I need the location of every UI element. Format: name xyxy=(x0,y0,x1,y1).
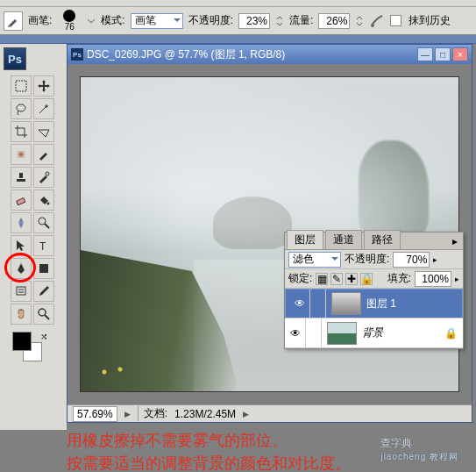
lock-label: 锁定: xyxy=(288,271,312,286)
arrow-icon[interactable]: ▶ xyxy=(243,410,249,418)
foreground-color-swatch[interactable] xyxy=(12,332,32,351)
layer-thumbnail[interactable] xyxy=(327,322,357,345)
color-swatches[interactable]: ⤭ xyxy=(12,332,47,367)
heal-tool[interactable] xyxy=(11,144,32,165)
fill-input[interactable]: 100% xyxy=(415,271,451,287)
blend-mode-select[interactable]: 滤色 xyxy=(288,252,341,268)
bucket-tool[interactable] xyxy=(33,190,54,211)
flow-value: 26% xyxy=(326,15,347,27)
arrow-icon[interactable]: ▸ xyxy=(455,275,459,283)
svg-rect-2 xyxy=(16,81,26,91)
flow-input[interactable]: 26% xyxy=(318,13,350,29)
history-brush-tool[interactable] xyxy=(33,167,54,188)
chevron-down-icon[interactable] xyxy=(87,17,96,25)
flow-label: 流量: xyxy=(289,13,313,28)
airbrush-icon[interactable] xyxy=(369,13,385,29)
visibility-toggle[interactable]: 👁 xyxy=(285,318,306,347)
move-tool[interactable] xyxy=(33,75,54,97)
brush-tool[interactable] xyxy=(33,144,54,165)
svg-rect-6 xyxy=(17,179,25,182)
layer-thumbnail[interactable] xyxy=(331,292,361,315)
opacity-arrow-icon[interactable] xyxy=(275,13,284,29)
layer-name[interactable]: 图层 1 xyxy=(366,297,396,311)
layer-row[interactable]: 👁 背景 🔒 xyxy=(285,318,463,348)
layer-list: 👁 图层 1 👁 背景 🔒 xyxy=(285,289,463,348)
eyedropper-tool[interactable] xyxy=(33,281,54,302)
opacity-label: 不透明度: xyxy=(188,13,233,28)
dodge-tool[interactable] xyxy=(33,212,54,233)
path-select-tool[interactable] xyxy=(11,235,32,256)
panel-menu-icon[interactable]: ▸ xyxy=(447,233,463,249)
svg-text:T: T xyxy=(39,240,46,253)
panel-tabs: 图层 通道 路径 ▸ xyxy=(285,232,463,250)
lock-position-icon[interactable]: ✚ xyxy=(345,273,358,285)
arrow-icon[interactable]: ▸ xyxy=(433,255,437,264)
tool-preset-picker[interactable] xyxy=(4,11,23,31)
maximize-button[interactable]: □ xyxy=(435,47,451,61)
brush-preset-picker[interactable]: 76 xyxy=(57,10,82,32)
flow-arrow-icon[interactable] xyxy=(355,13,364,29)
mode-select[interactable]: 画笔 xyxy=(131,13,183,29)
layer-row[interactable]: 👁 图层 1 xyxy=(285,289,463,318)
link-cell[interactable] xyxy=(310,290,326,318)
swap-colors-icon[interactable]: ⤭ xyxy=(40,332,47,341)
svg-rect-8 xyxy=(17,197,25,204)
hand-tool[interactable] xyxy=(11,304,32,325)
minimize-button[interactable]: — xyxy=(417,47,433,61)
zoom-tool[interactable] xyxy=(33,304,54,325)
link-cell[interactable] xyxy=(306,318,322,347)
layers-panel: 图层 通道 路径 ▸ 滤色 不透明度: 70% ▸ 锁定: ▦ ✎ ✚ 🔒 填充… xyxy=(284,232,464,349)
stamp-tool[interactable] xyxy=(11,167,32,188)
tab-paths[interactable]: 路径 xyxy=(364,230,401,249)
menu-bar xyxy=(0,0,476,7)
blur-tool[interactable] xyxy=(11,212,32,233)
layer-name[interactable]: 背景 xyxy=(362,325,383,340)
marquee-tool[interactable] xyxy=(11,75,32,97)
svg-rect-5 xyxy=(19,173,23,178)
history-checkbox[interactable] xyxy=(390,15,401,26)
mode-label: 模式: xyxy=(101,13,124,28)
opacity-value: 23% xyxy=(246,15,267,27)
lock-transparency-icon[interactable]: ▦ xyxy=(316,273,328,285)
status-bar: 57.69% ▶ 文档: 1.23M/2.45M ▶ xyxy=(67,404,472,422)
ps-logo-icon[interactable]: Ps xyxy=(4,47,26,70)
window-titlebar[interactable]: Ps DSC_0269.JPG @ 57.7% (图层 1, RGB/8) — … xyxy=(67,45,472,64)
caption-line-2: 按需要适当的调整背景的颜色和对比度。 xyxy=(67,453,351,472)
workspace: Ps DSC_0269.JPG @ 57.7% (图层 1, RGB/8) — … xyxy=(67,44,472,423)
fill-label: 填充: xyxy=(387,271,411,286)
ps-doc-icon: Ps xyxy=(71,48,83,61)
svg-rect-13 xyxy=(17,287,25,295)
close-button[interactable]: × xyxy=(452,47,468,61)
type-tool[interactable]: T xyxy=(33,235,54,256)
eraser-tool[interactable] xyxy=(11,190,32,211)
opacity-input[interactable]: 23% xyxy=(238,13,270,29)
brush-label: 画笔: xyxy=(28,13,52,28)
wand-tool[interactable] xyxy=(33,98,54,119)
tab-layers[interactable]: 图层 xyxy=(287,230,323,249)
brush-size-value: 76 xyxy=(65,22,75,32)
lasso-tool[interactable] xyxy=(11,98,32,119)
crop-tool[interactable] xyxy=(11,121,32,142)
svg-point-3 xyxy=(17,104,25,111)
svg-point-9 xyxy=(47,203,50,205)
lock-all-icon[interactable]: 🔒 xyxy=(360,273,373,285)
zoom-field[interactable]: 57.69% xyxy=(73,406,117,422)
svg-point-1 xyxy=(371,24,374,27)
visibility-toggle[interactable]: 👁 xyxy=(289,290,310,318)
watermark-main: 查字典 xyxy=(380,437,412,449)
lock-pixels-icon[interactable]: ✎ xyxy=(330,273,343,285)
tab-channels[interactable]: 通道 xyxy=(325,230,362,249)
svg-rect-0 xyxy=(8,25,11,27)
slice-tool[interactable] xyxy=(33,121,54,142)
arrow-icon[interactable]: ▶ xyxy=(124,410,131,418)
mode-value: 画笔 xyxy=(135,13,156,28)
pen-tool[interactable] xyxy=(11,258,32,279)
layer-opacity-value: 70% xyxy=(406,254,427,266)
shape-tool[interactable] xyxy=(33,258,54,279)
svg-point-14 xyxy=(39,309,46,316)
brush-dot-icon xyxy=(63,10,75,22)
notes-tool[interactable] xyxy=(11,281,32,302)
layer-opacity-label: 不透明度: xyxy=(345,252,389,267)
layer-opacity-input[interactable]: 70% xyxy=(393,252,430,268)
watermark-sub: jiaocheng 教程网 xyxy=(380,451,458,463)
